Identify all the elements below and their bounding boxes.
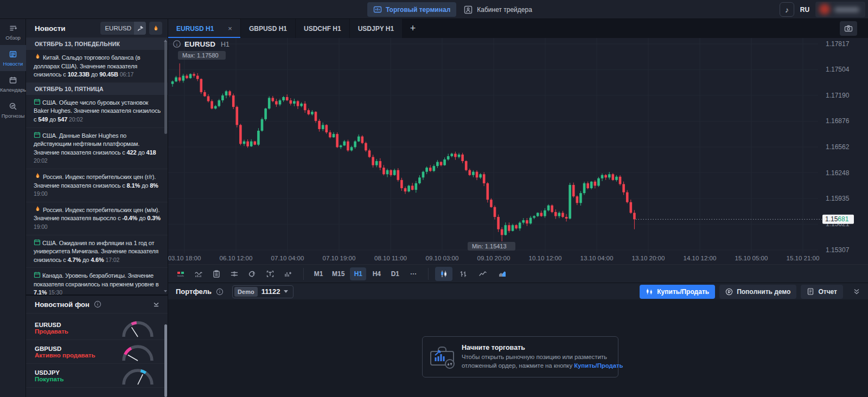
shapes-icon[interactable] [244,267,260,281]
sidebar-item-новости[interactable]: Новости [0,45,26,71]
sidebar-item-label: Обзор [5,35,20,41]
person-icon [464,5,473,14]
chart-tab-usdchf[interactable]: USDCHF H1 [296,19,349,38]
briefcase-icon [429,344,455,369]
add-tab-button[interactable]: + [403,19,423,38]
collapse-icon[interactable] [152,301,160,308]
news-item[interactable]: США. Общее число буровых установок Baker… [26,95,168,128]
calendar-icon [34,131,41,138]
scrollbar-thumb[interactable] [164,324,167,397]
add-study-icon[interactable] [280,267,296,281]
bars-icon[interactable] [455,267,472,281]
events-icon[interactable] [208,267,225,281]
account-blurred-chip[interactable] [815,2,865,17]
info-icon[interactable] [216,288,224,296]
svg-text:1.15307: 1.15307 [826,246,850,254]
language-button[interactable]: RU [797,2,812,17]
news-time: 20:02 [34,157,48,164]
gauge-signal: Покупать [35,376,64,382]
area-icon[interactable] [494,267,511,281]
svg-text:10.10 12:00: 10.10 12:00 [529,255,562,261]
news-filter-chip[interactable]: EURUSD [100,22,146,35]
trading-terminal-tab[interactable]: Торговый терминал [367,2,456,17]
tab-label: EURUSD H1 [176,25,214,33]
buy-sell-link[interactable]: Купить/Продать [574,362,623,369]
screenshot-button[interactable] [840,21,857,36]
report-button[interactable]: Отчет [801,285,843,299]
news-item[interactable]: США. Ожидания по инфляции на 1 год от ун… [26,235,168,268]
gauge-signal: Продавать [35,328,68,335]
buy-sell-icon [646,287,653,296]
close-icon[interactable]: × [228,24,232,33]
gauge-list: EURUSD Продавать GBPUSD Активно продават… [26,313,168,388]
timeframe-h1[interactable]: H1 [350,267,366,280]
line-icon[interactable] [474,267,492,281]
sidebar-item-календарь[interactable]: Календарь [0,71,26,97]
chart-tab-usdjpy[interactable]: USDJPY H1 [350,19,402,38]
account-selector[interactable]: Demo 11122 [232,285,293,298]
top-bar: Торговый терминал Кабинет трейдера ♪ RU [0,0,868,19]
chevron-down-icon [284,290,288,293]
sidebar-item-label: Календарь [0,87,26,93]
portfolio-content-area: Начните торговать Чтобы открыть рыночную… [168,299,868,397]
news-date-header: ОКТЯБРЬ 10, ПЯТНИЦА [26,83,168,95]
chart-tab-eurusd[interactable]: EURUSD H1× [168,19,240,38]
svg-text:13.10 04:00: 13.10 04:00 [580,255,614,261]
timeframe-d1[interactable]: D1 [387,267,403,280]
svg-text:1.16562: 1.16562 [826,143,850,151]
sidebar-item-прогнозы[interactable]: Прогнозы [0,97,26,123]
svg-text:15.10 05:00: 15.10 05:00 [735,255,768,261]
svg-text:07.10 04:00: 07.10 04:00 [271,255,304,261]
scroll-up-arrow[interactable] [164,40,167,42]
timeframe-···[interactable]: ··· [405,267,422,280]
pin-icon[interactable] [134,22,146,35]
hot-news-filter-button[interactable] [149,22,162,35]
gauge-dial [120,318,156,339]
news-item[interactable]: США. Данные Baker Hughes по действующим … [26,128,168,169]
info-icon[interactable] [94,300,101,308]
text-tool-icon[interactable] [262,267,278,281]
news-time: 17:02 [106,257,120,263]
candlestick-chart[interactable]: 03.10 18:0006.10 12:0007.10 04:0007.10 1… [168,38,868,264]
collapse-panel-icon[interactable] [853,288,860,295]
gauge-signal: Активно продавать [35,352,95,358]
chart-tab-gbpusd[interactable]: GBPUSD H1 [241,19,295,38]
svg-text:1.16248: 1.16248 [826,169,850,177]
gauge-symbol: EURUSD [35,322,68,328]
avatar [819,4,830,15]
lines-icon[interactable] [226,267,242,281]
deposit-demo-button[interactable]: Пополнить демо [719,285,796,299]
svg-text:Min: 1.15413: Min: 1.15413 [472,243,507,249]
chart-toolbar: M1M15H1H4D1··· [168,264,868,283]
flame-icon [34,206,41,213]
trader-cabinet-tab[interactable]: Кабинет трейдера [464,2,532,17]
timeframe-m15[interactable]: M15 [329,267,348,280]
timeframe-h4[interactable]: H4 [368,267,385,280]
news-background-row-gbpusd[interactable]: GBPUSD Активно продавать [26,340,168,364]
news-item[interactable]: Китай. Сальдо торгового баланса (в долла… [26,50,168,83]
calendar-icon [34,239,41,246]
sidebar-item-обзор[interactable]: Обзор [0,19,26,45]
timeframe-m1[interactable]: M1 [310,267,327,280]
sidebar-item-label: Прогнозы [2,113,24,119]
candles-icon[interactable] [435,267,452,281]
sound-notification-button[interactable]: ♪ [780,2,794,17]
watchlist-icon[interactable] [173,267,189,281]
news-item[interactable]: Россия. Индекс потребительских цен (г/г)… [26,169,168,202]
buy-sell-button[interactable]: Купить/Продать [640,285,715,299]
news-time: 20:02 [69,116,83,123]
account-name-blurred [834,8,859,12]
report-icon [807,287,814,296]
news-item[interactable]: Россия. Индекс потребительских цен (м/м)… [26,202,168,235]
news-date-header: ОКТЯБРЬ 13, ПОНЕДЕЛЬНИК [26,38,168,50]
tab-label: USDCHF H1 [304,25,341,33]
news-background-row-eurusd[interactable]: EURUSD Продавать [26,316,168,340]
chart-column: EURUSD H1×GBPUSD H1USDCHF H1USDJPY H1+ 0… [168,19,868,397]
indicators-icon[interactable] [190,267,207,281]
scrollbar-thumb[interactable] [164,41,167,134]
scroll-down-arrow[interactable] [164,290,167,292]
account-type-badge: Demo [234,287,258,297]
svg-text:1.15681: 1.15681 [825,215,849,223]
news-background-row-usdjpy[interactable]: USDJPY Покупать [26,364,168,388]
divider [428,268,429,280]
